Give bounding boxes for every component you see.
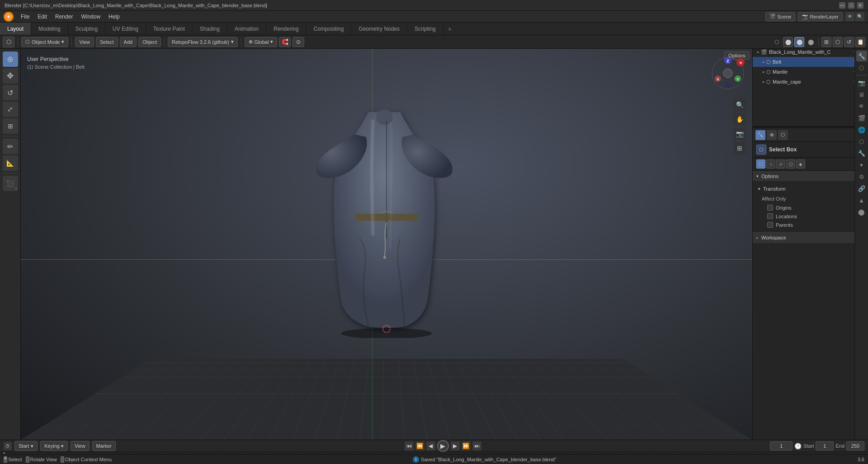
render-properties-icon[interactable]: 📷 (856, 77, 867, 88)
tab-geometry-nodes[interactable]: Geometry Nodes (351, 23, 407, 35)
view-layer-icon[interactable]: 👁 (856, 101, 867, 112)
select-mode-3btn[interactable]: ⬡ (786, 159, 795, 169)
play-btn[interactable]: ▶ (437, 440, 449, 452)
menu-edit[interactable]: Edit (34, 13, 51, 21)
end-frame-input[interactable]: 250 (846, 441, 864, 450)
active-tool-properties-icon[interactable]: ⬡ (856, 62, 867, 73)
object-menu-btn[interactable]: Object (138, 37, 161, 47)
options-section-header[interactable]: ▾ Options ··· (753, 171, 868, 182)
keying-dropdown[interactable]: Keying ▾ (40, 441, 68, 451)
tab-scripting[interactable]: Scripting (407, 23, 443, 35)
viewport-3d[interactable]: User Perspective (1) Scene Collection | … (21, 49, 752, 440)
constraints-properties-icon[interactable]: 🔗 (856, 183, 867, 194)
scene-properties-icon[interactable]: 🎬 (856, 112, 867, 123)
ortho-view-icon[interactable]: ⊞ (733, 142, 746, 155)
modifier-properties-icon[interactable]: 🔧 (856, 148, 867, 159)
physics-properties-icon[interactable]: ⚙ (856, 171, 867, 182)
jump-to-start-btn[interactable]: ⏮ (405, 441, 414, 450)
tab-uv-editing[interactable]: UV Editing (105, 23, 146, 35)
editor-type-icon[interactable]: ⬡ (3, 37, 14, 47)
tab-compositing[interactable]: Compositing (307, 23, 352, 35)
menu-file[interactable]: File (17, 13, 33, 21)
search-icon[interactable]: 🔍 (855, 12, 864, 21)
proportional-edit-btn[interactable]: ⊙ (292, 37, 304, 47)
rotate-tool-btn[interactable]: ↺ (3, 85, 18, 100)
retopoflow-btn[interactable]: RetopoFlow 3.2.6 (github) ▾ (168, 37, 238, 47)
add-object-tool-btn[interactable]: ⬛ + (3, 176, 18, 191)
tab-sculpting[interactable]: Sculpting (68, 23, 105, 35)
measure-tool-btn[interactable]: 📐 (3, 155, 18, 171)
tab-texture-paint[interactable]: Texture Paint (146, 23, 193, 35)
cursor-tool-btn[interactable]: ⊕ (3, 52, 18, 67)
viewport-shading-solid-btn[interactable]: ⬤ (783, 37, 793, 47)
origins-checkbox[interactable] (767, 205, 773, 211)
marker-btn[interactable]: Marker (92, 441, 116, 451)
add-menu-btn[interactable]: Add (120, 37, 137, 47)
tool-icon-btn[interactable]: 🔧 (755, 130, 765, 140)
viewport-shading-material-btn[interactable]: ⬤ (794, 37, 804, 47)
transform-subsection-header[interactable]: ▾ Transform (758, 183, 863, 194)
select-mode-lasso-btn[interactable]: ⊹ (776, 159, 785, 169)
move-tool-btn[interactable]: ✥ (3, 68, 18, 84)
outliner-row-belt[interactable]: ▸ ⬡ Belt 👁 📷 (753, 57, 868, 67)
minimize-button[interactable]: — (839, 2, 845, 9)
snap-toggle-btn[interactable]: 🧲 (279, 37, 291, 47)
camera-view-icon[interactable]: 📷 (733, 127, 746, 140)
playback-dropdown[interactable]: Start▾ (14, 441, 38, 451)
locations-checkbox[interactable] (767, 213, 773, 219)
next-keyframe-btn[interactable]: ⏩ (462, 441, 471, 450)
outliner-row-mantle[interactable]: ▸ ⬡ Mantle 👁 📷 (753, 67, 868, 77)
select-mode-4btn[interactable]: ◈ (796, 159, 805, 169)
output-properties-icon[interactable]: 🖥 (856, 89, 867, 100)
show-menu-btn[interactable]: 📋 (855, 37, 865, 47)
render-layer-selector[interactable]: 📷 RenderLayer (798, 12, 843, 21)
select-menu-btn[interactable]: Select (96, 37, 118, 47)
world-properties-icon[interactable]: 🌐 (856, 124, 867, 135)
xray-toggle-btn[interactable]: ⬡ (833, 37, 843, 47)
gizmo-toggle-btn[interactable]: ↺ (844, 37, 854, 47)
prev-keyframe-btn[interactable]: ⏪ (415, 441, 425, 450)
jump-to-end-btn[interactable]: ⏭ (472, 441, 481, 450)
view-icon-btn[interactable]: 👁 (767, 130, 777, 140)
prev-frame-btn[interactable]: ◀ (426, 441, 435, 450)
blender-logo-icon[interactable] (4, 12, 14, 22)
view-menu-btn[interactable]: View (75, 37, 94, 47)
menu-window[interactable]: Window (77, 13, 104, 21)
transform-tool-btn[interactable]: ⊞ (3, 118, 18, 134)
start-frame-input[interactable]: 1 (816, 441, 834, 450)
scene-selector[interactable]: 🎬 Scene (765, 12, 795, 21)
transform-pivot-btn[interactable]: ⊕ Global ▾ (245, 37, 278, 47)
hand-tool-icon[interactable]: ✋ (733, 113, 746, 126)
material-properties-icon[interactable]: ⬤ (856, 206, 867, 217)
viewport-shading-render-btn[interactable]: ⬤ (806, 37, 816, 47)
menu-help[interactable]: Help (105, 13, 123, 21)
parents-checkbox[interactable] (767, 222, 773, 228)
object-mode-dropdown[interactable]: ⬡ Object Mode ▾ (21, 37, 68, 47)
timeline-view-btn[interactable]: View (71, 441, 90, 451)
search-zoom-icon[interactable]: 🔍 (733, 98, 746, 111)
next-frame-btn[interactable]: ▶ (451, 441, 460, 450)
overlay-toggle-btn[interactable]: ⊞ (821, 37, 831, 47)
tab-layout[interactable]: Layout (0, 23, 31, 35)
outliner-row-mantle-cape[interactable]: ▸ ⬡ Mantle_cape 👁 📷 (753, 77, 868, 87)
viewport-shading-wire-btn[interactable]: ⬡ (772, 37, 782, 47)
annotate-tool-btn[interactable]: ✏ (3, 139, 18, 154)
active-tool-icon-btn[interactable]: ⬡ (778, 130, 788, 140)
tab-rendering[interactable]: Rendering (266, 23, 306, 35)
timeline-editor-icon[interactable]: ⏱ (4, 442, 12, 450)
select-mode-circle-btn[interactable]: ○ (766, 159, 775, 169)
viewport-shading-icon[interactable]: 👁 (845, 12, 854, 21)
particles-properties-icon[interactable]: ✦ (856, 159, 867, 170)
tab-add-button[interactable]: + (443, 23, 456, 35)
maximize-button[interactable]: □ (848, 2, 854, 9)
tab-animation[interactable]: Animation (227, 23, 266, 35)
tab-modeling[interactable]: Modeling (31, 23, 68, 35)
select-mode-box-btn[interactable]: ☐ (756, 159, 765, 169)
workspace-section-header[interactable]: ▸ Workspace ··· (753, 231, 868, 243)
data-properties-icon[interactable]: ▲ (856, 195, 867, 206)
close-button[interactable]: ✕ (857, 2, 863, 9)
object-properties-icon[interactable]: ⬡ (856, 136, 867, 147)
tab-shading[interactable]: Shading (193, 23, 227, 35)
scale-tool-btn[interactable]: ⤢ (3, 102, 18, 117)
current-frame-input[interactable]: 1 (770, 441, 793, 450)
